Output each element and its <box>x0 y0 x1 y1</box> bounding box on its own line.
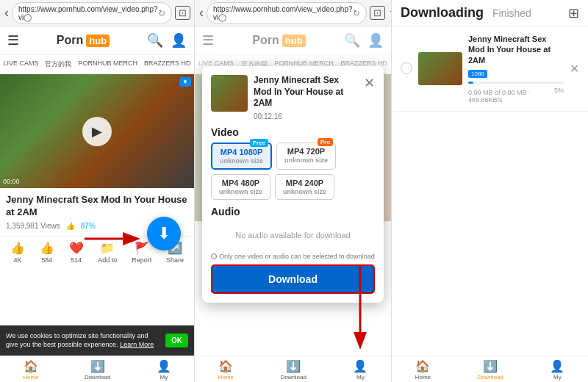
bottom-nav-home-left[interactable]: 🏠 Home <box>23 359 38 379</box>
nav-live-cams-left[interactable]: LIVE CAMS <box>0 58 41 71</box>
learn-more-link[interactable]: Learn More <box>120 341 154 348</box>
video-section-label: Video <box>211 126 375 138</box>
like-pct-left: 87% <box>81 222 96 230</box>
quality-720p[interactable]: Pro MP4 720P unknown size <box>276 143 336 170</box>
refresh-icon-middle[interactable]: ↻ <box>353 8 360 18</box>
home-icon-middle: 🏠 <box>218 359 233 373</box>
user-nav-icon-left: 👤 <box>157 359 171 373</box>
bottom-nav-my-middle[interactable]: 👤 My <box>353 359 368 379</box>
video-thumb-left[interactable]: ▶ 00:00 ▼ <box>0 74 194 188</box>
user-nav-icon-middle: 👤 <box>353 359 368 373</box>
dl-pct: 5% <box>554 87 564 104</box>
download-note: Only one video or audio can be selected … <box>211 253 375 260</box>
quality-1080p[interactable]: Free MP4 1080P unknown size <box>211 143 272 170</box>
url-box-middle[interactable]: https://www.pornhub.com/view_video.php?v… <box>207 2 367 24</box>
refresh-icon-left[interactable]: ↻ <box>158 8 165 18</box>
url-text-left: https://www.pornhub.com/view_video.php?v… <box>18 5 158 21</box>
quality-480p[interactable]: MP4 480P unknown size <box>211 174 270 200</box>
bottom-nav-download-right[interactable]: ⬇️ Download <box>477 359 503 379</box>
action-4k[interactable]: 👍4K <box>10 241 25 264</box>
bottom-nav-left: 🏠 Home ⬇️ Download 👤 My <box>0 356 194 382</box>
dl-stats-row: 0.00 MB of 0.00 MB · 469.66KB/s 5% <box>468 87 564 104</box>
view-count-left: 1,359,981 Views <box>6 222 60 230</box>
home-icon-left: 🏠 <box>24 359 38 373</box>
download-button[interactable]: Download <box>211 264 375 294</box>
download-icon-circle[interactable]: ⬇ <box>147 217 181 251</box>
like-icon-left: 👍 <box>66 222 75 230</box>
downloading-title: Downloading <box>401 5 484 21</box>
cookie-ok-button[interactable]: OK <box>165 334 188 347</box>
bottom-nav-home-middle[interactable]: 🏠 Home <box>218 359 234 379</box>
bottom-nav-download-middle[interactable]: ⬇️ Download <box>280 359 306 379</box>
modal-thumb <box>211 75 248 112</box>
dl-thumb <box>418 52 462 85</box>
dl-info: Jenny Minecraft Sex Mod In Your House at… <box>468 34 564 104</box>
grid-icon[interactable]: ⊞ <box>568 5 579 21</box>
url-text-middle: https://www.pornhub.com/view_video.php?v… <box>213 5 353 21</box>
user-icon-middle[interactable]: 👤 <box>368 32 384 48</box>
back-button-middle[interactable]: ‹ <box>199 5 204 21</box>
action-add[interactable]: 📁Add to <box>98 241 117 264</box>
modal-title: Jenny Minecraft Sex Mod In Your House at… <box>254 75 358 109</box>
bottom-nav-my-right[interactable]: 👤 My <box>550 359 564 379</box>
download-icon-left: ⬇️ <box>90 359 105 373</box>
video-title-left: Jenny Minecraft Sex Mod In Your House at… <box>6 194 188 219</box>
thumb-up-icon: 👍 <box>10 241 25 255</box>
label-4k: 4K <box>13 256 21 264</box>
ph-nav-left: LIVE CAMS 官方的我 PORNHUB MERCH BRAZZERS HD <box>0 55 194 74</box>
dl-close-button[interactable]: ✕ <box>570 62 579 76</box>
radio-dot <box>211 253 217 259</box>
back-button-left[interactable]: ‹ <box>4 5 9 21</box>
action-heart[interactable]: ❤️514 <box>69 241 84 264</box>
dl-badge: 1080 <box>468 70 487 78</box>
modal-header: Jenny Minecraft Sex Mod In Your House at… <box>211 75 375 120</box>
url-box-left[interactable]: https://www.pornhub.com/view_video.php?v… <box>12 2 172 24</box>
right-panel: Downloading Finished ⊞ Jenny Minecraft S… <box>392 0 588 382</box>
quality-240p-label: MP4 240P <box>286 179 323 187</box>
audio-section-label: Audio <box>211 206 375 217</box>
download-circle-button[interactable]: ⬇ <box>147 217 181 251</box>
quality-1080p-size: unknown size <box>220 157 263 165</box>
search-icon-left[interactable]: 🔍 <box>147 32 163 48</box>
dl-stats-text: 0.00 MB of 0.00 MB · 469.66KB/s <box>468 89 554 104</box>
notification-badge-left: ▼ <box>179 77 191 87</box>
pro-badge-720: Pro <box>318 138 333 146</box>
label-heart: 514 <box>71 256 82 264</box>
bottom-nav-middle: 🏠 Home ⬇️ Download 👤 My <box>195 356 391 382</box>
label-like: 584 <box>41 256 52 264</box>
download-icon-right: ⬇️ <box>483 359 498 373</box>
tabs-icon-middle[interactable]: ⊡ <box>370 6 385 20</box>
cookie-banner: We use cookies to optimize site function… <box>0 325 194 356</box>
bottom-nav-home-right[interactable]: 🏠 Home <box>415 359 431 379</box>
quality-240p[interactable]: MP4 240P unknown size <box>275 174 334 200</box>
nav-brazzers-left[interactable]: BRAZZERS HD <box>141 58 194 71</box>
nav-merch-left[interactable]: PORNHUB MERCH <box>75 58 140 71</box>
video-duration-left: 00:00 <box>3 178 20 185</box>
quality-1080p-label: MP4 1080P <box>220 148 262 156</box>
download-icon-middle-nav: ⬇️ <box>286 359 301 373</box>
modal-duration: 00:12:16 <box>254 112 358 120</box>
action-like[interactable]: 👍584 <box>40 241 54 264</box>
modal-close-button[interactable]: ✕ <box>364 75 375 120</box>
menu-icon-left[interactable]: ☰ <box>7 32 19 48</box>
bottom-nav-download-left[interactable]: ⬇️ Download <box>85 359 111 379</box>
menu-icon-middle[interactable]: ☰ <box>202 32 214 48</box>
label-share: Share <box>166 256 184 264</box>
search-icon-middle[interactable]: 🔍 <box>344 32 360 48</box>
play-button-left[interactable]: ▶ <box>82 117 112 146</box>
quality-720p-label: MP4 720P <box>287 147 325 156</box>
free-badge: Free <box>250 139 268 147</box>
dl-radio[interactable] <box>401 62 412 74</box>
modal-info: Jenny Minecraft Sex Mod In Your House at… <box>254 75 358 120</box>
ph-header-middle: ☰ Pornhub 🔍 👤 <box>195 26 391 55</box>
heart-icon: ❤️ <box>69 241 84 255</box>
quality-480p-label: MP4 480P <box>222 179 259 187</box>
user-icon-left[interactable]: 👤 <box>171 32 187 48</box>
nav-official-left[interactable]: 官方的我 <box>42 58 74 71</box>
tabs-icon-left[interactable]: ⊡ <box>175 6 190 20</box>
ph-header-left: ☰ Pornhub 🔍 👤 <box>0 26 194 55</box>
label-report: Report <box>132 256 151 264</box>
middle-panel: ‹ https://www.pornhub.com/view_video.php… <box>195 0 392 382</box>
download-note-text: Only one video or audio can be selected … <box>219 253 375 260</box>
bottom-nav-my-left[interactable]: 👤 My <box>157 359 171 379</box>
